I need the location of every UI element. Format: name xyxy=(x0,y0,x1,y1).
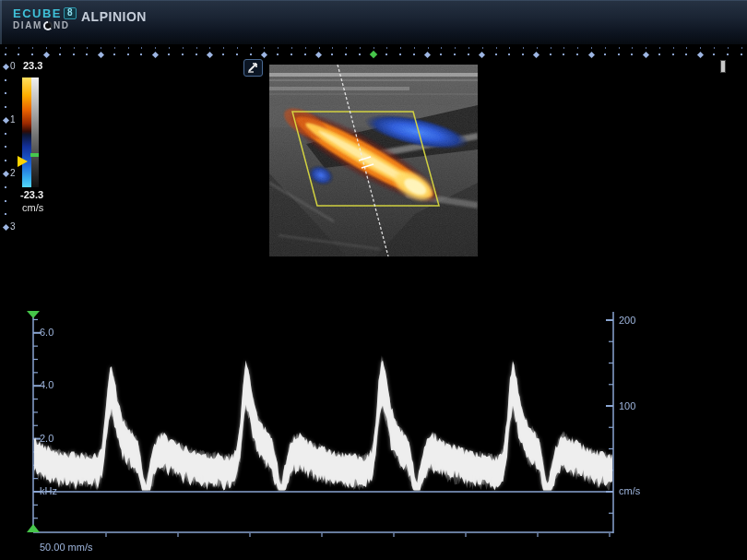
ruler-diamond xyxy=(152,51,159,57)
ruler-tiny-tick xyxy=(468,47,469,49)
brand-name: ALPINION xyxy=(81,9,147,24)
ruler-tiny-tick xyxy=(496,47,497,49)
ruler-dot xyxy=(618,54,620,55)
ruler-dot xyxy=(127,54,129,55)
ruler-tiny-tick xyxy=(237,47,238,49)
ruler-tiny-tick xyxy=(223,47,224,49)
ruler-dot xyxy=(468,54,469,55)
ruler-tiny-tick xyxy=(741,47,742,49)
ruler-diamond xyxy=(697,51,704,57)
ruler-dot xyxy=(658,54,660,55)
right-axis-unit: cm/s xyxy=(619,485,640,496)
depth-ruler-dot xyxy=(5,106,6,108)
ruler-dot xyxy=(604,54,606,55)
ruler-tiny-tick xyxy=(400,47,401,49)
ruler-tiny-tick xyxy=(509,47,510,49)
ruler-tiny-tick xyxy=(523,47,524,49)
sweep-marker-top xyxy=(27,311,40,318)
ruler-dot xyxy=(685,54,687,55)
ruler-dot xyxy=(495,54,497,55)
ultrasound-screen: ECUBE 8 DIAM ND ALPINION 23.3 -23.3 cm/s… xyxy=(0,0,747,560)
spectral-waveform xyxy=(34,355,612,491)
ruler-diamond xyxy=(207,51,213,57)
depth-ruler-dot xyxy=(5,92,6,94)
ruler-dot xyxy=(5,54,6,55)
logo-diamond-text-left: DIAM xyxy=(13,21,42,30)
ruler-tiny-tick xyxy=(563,47,564,49)
ruler-tiny-tick xyxy=(360,47,361,49)
ruler-tiny-tick xyxy=(183,47,184,49)
depth-ruler-dot xyxy=(5,213,6,215)
ruler-tiny-tick xyxy=(673,47,674,49)
ruler-tiny-tick xyxy=(209,47,210,49)
ruler-dot xyxy=(672,54,674,55)
ruler-tiny-tick xyxy=(441,47,442,49)
ruler-tiny-tick xyxy=(251,47,252,49)
left-axis-tick-4: 4.0 xyxy=(40,379,53,390)
grayscale-marker xyxy=(30,153,39,157)
ruler-tiny-tick xyxy=(700,47,701,49)
ruler-dot xyxy=(631,54,633,55)
color-scale-unit: cm/s xyxy=(22,202,43,213)
color-scale-min: -23.3 xyxy=(20,189,43,200)
ruler-diamond xyxy=(98,51,104,57)
ruler-dot xyxy=(113,54,115,55)
ruler-tiny-tick xyxy=(6,47,6,49)
sweep-speed-label: 50.00 mm/s xyxy=(40,542,92,553)
header-bar: ECUBE 8 DIAM ND ALPINION xyxy=(0,0,747,44)
ruler-tiny-tick xyxy=(141,47,142,49)
depth-label-0: 0 xyxy=(10,61,16,71)
ruler-dot xyxy=(59,54,61,55)
depth-ruler-diamond xyxy=(2,171,8,177)
ruler-dot xyxy=(522,54,524,55)
depth-ruler-diamond xyxy=(2,117,8,124)
depth-label-2: 2 xyxy=(10,168,16,178)
ruler-tiny-tick xyxy=(632,47,633,49)
ruler-tiny-tick xyxy=(169,47,170,49)
depth-ruler-dot xyxy=(5,200,6,202)
ruler-dot xyxy=(168,54,170,55)
ruler-tiny-tick xyxy=(291,47,292,49)
ruler-tiny-tick xyxy=(278,47,279,49)
ruler-dot xyxy=(31,54,33,55)
ruler-dot xyxy=(18,54,19,55)
left-axis-tick-2: 2.0 xyxy=(40,433,53,444)
logo-diamond-text-right: ND xyxy=(53,21,70,30)
ruler-diamond xyxy=(424,51,431,57)
color-doppler-scale-bar xyxy=(22,77,31,187)
ruler-dot xyxy=(196,54,197,55)
ruler-tiny-tick xyxy=(46,47,47,49)
ruler-tiny-tick xyxy=(305,47,306,49)
ruler-tiny-tick xyxy=(714,47,715,49)
spectral-doppler-display xyxy=(0,309,747,560)
ruler-tiny-tick xyxy=(101,47,101,49)
depth-label-1: 1 xyxy=(10,114,16,125)
ruler-tiny-tick xyxy=(537,47,538,49)
depth-ruler-dot xyxy=(5,133,6,135)
ruler-dot xyxy=(454,54,456,55)
ruler-tiny-tick xyxy=(87,47,88,49)
pointer-arrow-icon[interactable] xyxy=(243,59,263,77)
ruler-tiny-tick xyxy=(18,47,19,49)
ruler-tiny-tick xyxy=(386,47,387,49)
ruler-tiny-tick xyxy=(605,47,606,49)
ruler-dot xyxy=(440,54,442,55)
ruler-diamond xyxy=(261,51,267,57)
ruler-diamond xyxy=(533,51,540,57)
ruler-dot xyxy=(713,54,715,55)
bmode-color-doppler-image xyxy=(269,65,478,256)
ruler-dot xyxy=(222,54,224,55)
color-scale-max: 23.3 xyxy=(23,60,42,71)
ruler-dot xyxy=(563,54,564,55)
ruler-tiny-tick xyxy=(551,47,551,49)
focus-marker-icon xyxy=(18,156,28,167)
depth-label-3: 3 xyxy=(10,221,16,232)
ruler-tiny-tick xyxy=(577,47,578,49)
ruler-diamond xyxy=(42,51,49,57)
ruler-tiny-tick xyxy=(686,47,687,49)
ruler-tiny-tick xyxy=(264,47,265,49)
ruler-tiny-tick xyxy=(332,47,333,49)
depth-ruler-dot xyxy=(5,186,6,188)
depth-ruler-diamond xyxy=(2,63,8,69)
ruler-diamond xyxy=(479,51,485,57)
